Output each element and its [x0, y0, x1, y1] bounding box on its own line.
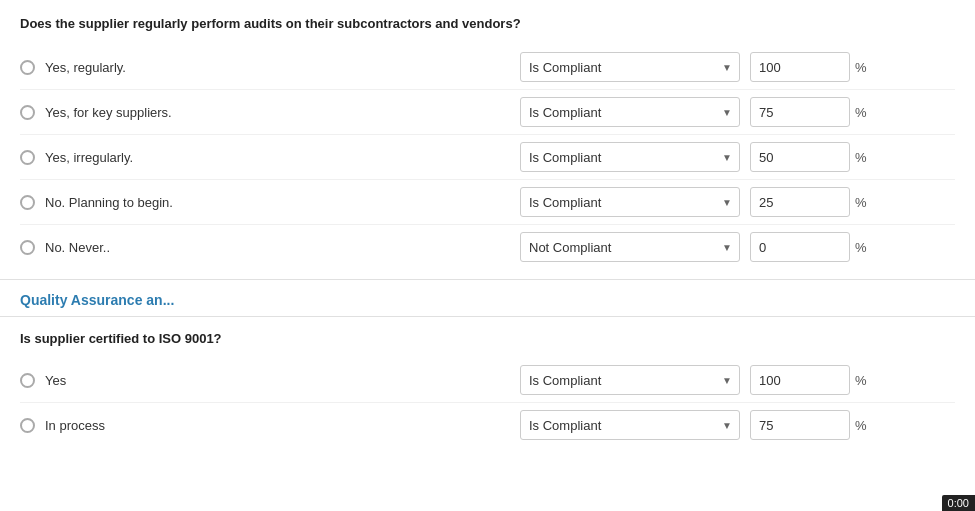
percent-sign: % [855, 195, 867, 210]
percent-input[interactable] [750, 142, 850, 172]
percent-sign: % [855, 60, 867, 75]
percent-input-wrapper: % [750, 187, 870, 217]
radio-circle[interactable] [20, 60, 35, 75]
radio-circle[interactable] [20, 150, 35, 165]
compliance-select-wrapper: Is CompliantNot CompliantPartially Compl… [520, 187, 740, 217]
radio-circle[interactable] [20, 240, 35, 255]
section2: Is supplier certified to ISO 9001? YesIs… [0, 317, 975, 457]
table-row: Yes, regularly.Is CompliantNot Compliant… [20, 45, 955, 90]
answer-label: In process [45, 418, 105, 433]
percent-input-wrapper: % [750, 97, 870, 127]
percent-sign: % [855, 418, 867, 433]
percent-input-wrapper: % [750, 52, 870, 82]
radio-circle[interactable] [20, 373, 35, 388]
answer-label: Yes, regularly. [45, 60, 126, 75]
table-row: YesIs CompliantNot CompliantPartially Co… [20, 358, 955, 403]
table-row: No. Planning to begin.Is CompliantNot Co… [20, 180, 955, 225]
compliance-select[interactable]: Is CompliantNot CompliantPartially Compl… [520, 97, 740, 127]
percent-input[interactable] [750, 52, 850, 82]
timer-badge: 0:00 [942, 495, 975, 511]
radio-label[interactable]: Yes [20, 373, 520, 388]
compliance-select-wrapper: Is CompliantNot CompliantPartially Compl… [520, 365, 740, 395]
compliance-select[interactable]: Is CompliantNot CompliantPartially Compl… [520, 232, 740, 262]
page: Does the supplier regularly perform audi… [0, 0, 975, 511]
percent-sign: % [855, 105, 867, 120]
compliance-select[interactable]: Is CompliantNot CompliantPartially Compl… [520, 410, 740, 440]
section1-rows: Yes, regularly.Is CompliantNot Compliant… [20, 45, 955, 269]
answer-label: Yes, irregularly. [45, 150, 133, 165]
table-row: In processIs CompliantNot CompliantParti… [20, 403, 955, 447]
compliance-select[interactable]: Is CompliantNot CompliantPartially Compl… [520, 365, 740, 395]
percent-input[interactable] [750, 97, 850, 127]
answer-label: Yes, for key suppliers. [45, 105, 172, 120]
compliance-select[interactable]: Is CompliantNot CompliantPartially Compl… [520, 142, 740, 172]
answer-label: No. Never.. [45, 240, 110, 255]
percent-input-wrapper: % [750, 232, 870, 262]
radio-circle[interactable] [20, 418, 35, 433]
percent-input-wrapper: % [750, 142, 870, 172]
radio-circle[interactable] [20, 105, 35, 120]
table-row: Yes, irregularly.Is CompliantNot Complia… [20, 135, 955, 180]
radio-label[interactable]: In process [20, 418, 520, 433]
percent-sign: % [855, 150, 867, 165]
radio-label[interactable]: Yes, irregularly. [20, 150, 520, 165]
percent-input-wrapper: % [750, 410, 870, 440]
percent-input[interactable] [750, 232, 850, 262]
compliance-select-wrapper: Is CompliantNot CompliantPartially Compl… [520, 52, 740, 82]
table-row: No. Never..Is CompliantNot CompliantPart… [20, 225, 955, 269]
percent-sign: % [855, 240, 867, 255]
radio-label[interactable]: No. Never.. [20, 240, 520, 255]
table-row: Yes, for key suppliers.Is CompliantNot C… [20, 90, 955, 135]
section1-title: Does the supplier regularly perform audi… [20, 16, 955, 31]
percent-input-wrapper: % [750, 365, 870, 395]
section2-title: Is supplier certified to ISO 9001? [20, 331, 955, 346]
percent-sign: % [855, 373, 867, 388]
compliance-select-wrapper: Is CompliantNot CompliantPartially Compl… [520, 410, 740, 440]
radio-label[interactable]: Yes, regularly. [20, 60, 520, 75]
section1: Does the supplier regularly perform audi… [0, 0, 975, 280]
radio-circle[interactable] [20, 195, 35, 210]
compliance-select-wrapper: Is CompliantNot CompliantPartially Compl… [520, 97, 740, 127]
percent-input[interactable] [750, 410, 850, 440]
compliance-select[interactable]: Is CompliantNot CompliantPartially Compl… [520, 187, 740, 217]
answer-label: No. Planning to begin. [45, 195, 173, 210]
compliance-select-wrapper: Is CompliantNot CompliantPartially Compl… [520, 232, 740, 262]
section2-rows: YesIs CompliantNot CompliantPartially Co… [20, 358, 955, 447]
section-group-title: Quality Assurance an... [0, 280, 975, 317]
compliance-select-wrapper: Is CompliantNot CompliantPartially Compl… [520, 142, 740, 172]
percent-input[interactable] [750, 365, 850, 395]
radio-label[interactable]: No. Planning to begin. [20, 195, 520, 210]
percent-input[interactable] [750, 187, 850, 217]
compliance-select[interactable]: Is CompliantNot CompliantPartially Compl… [520, 52, 740, 82]
answer-label: Yes [45, 373, 66, 388]
radio-label[interactable]: Yes, for key suppliers. [20, 105, 520, 120]
